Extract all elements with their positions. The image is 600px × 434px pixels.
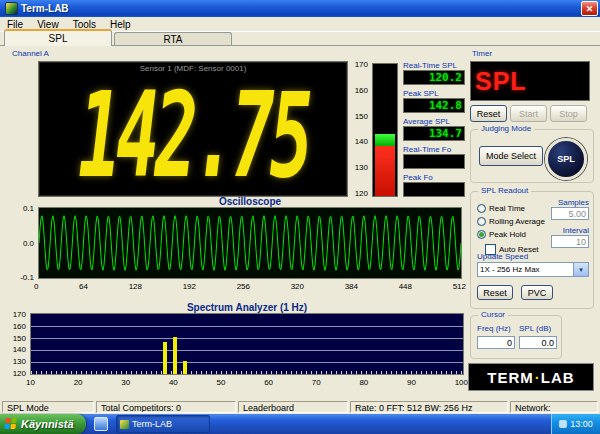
osc-x-tick: 320 [291,282,304,291]
readout-display: 134.7 [403,126,465,141]
chevron-down-icon[interactable]: ▼ [573,263,588,276]
oscilloscope-wave [39,208,461,278]
app-icon [5,2,18,15]
logo-text-left: TERM [487,369,534,386]
readout-digits: 142.8 [429,99,462,112]
tab-spl[interactable]: SPL [4,29,112,46]
radio-label: Real Time [489,204,525,213]
radio-button[interactable] [477,217,486,226]
menu-item-help[interactable]: Help [103,19,138,30]
spl-badge-text: SPL [557,154,575,164]
spectrum-bar [163,342,167,374]
readout-display: 142.8 [403,98,465,113]
meter-tick: 140 [355,137,368,146]
menu-item-tools[interactable]: Tools [66,19,103,30]
channel-label: Channel A [12,49,49,58]
oscilloscope-x-axis: 064128192256320384448512 [34,282,466,291]
osc-x-tick: 384 [345,282,358,291]
start-button[interactable]: Käynnistä [0,414,86,434]
radio-peak-hold[interactable]: Peak Hold [477,228,545,241]
readout-peak-spl: Peak SPL142.8 [403,89,465,113]
oscilloscope-title: Oscilloscope [38,196,462,207]
level-meter [372,63,398,197]
menu-item-file[interactable]: File [0,19,30,30]
osc-x-tick: 0 [34,282,38,291]
menu-item-view[interactable]: View [30,19,66,30]
reset-button[interactable]: Reset [470,105,507,122]
readout-label: Average SPL [403,117,465,126]
tray-icon[interactable] [559,420,567,428]
spectrum-y-tick: 130 [13,357,26,366]
judging-mode-group: Judging Mode Mode Select SPL [470,129,594,183]
spectrum-y-tick: 120 [13,369,26,378]
timer-display-text: SPL [471,67,527,96]
mode-select-button[interactable]: Mode Select [479,146,543,166]
osc-x-tick: 64 [79,282,88,291]
interval-label: Interval [547,226,589,235]
spectrum-gridline [31,350,463,351]
spectrum-x-axis: 102030405060708090100 [26,378,468,387]
radio-button[interactable] [477,230,486,239]
pvc-button[interactable]: PVC [521,285,553,300]
radio-label: Rolling Average [489,217,545,226]
spectrum-y-tick: 170 [13,310,26,319]
status-bar: SPL ModeTotal Competitors: 0LeaderboardR… [0,400,600,414]
close-button[interactable]: ✕ [581,1,598,16]
tab-rta[interactable]: RTA [114,32,232,46]
cursor-freq-label: Freq (Hz) [477,324,511,333]
logo-text-right: LAB [541,369,575,386]
meter-green-fill [375,134,395,146]
samples-field[interactable]: 5.00 [551,207,589,220]
spl-readout-reset-button[interactable]: Reset [477,285,513,300]
quick-launch-icon[interactable] [94,417,108,431]
meter-scale: 170160150140130120 [348,60,368,198]
osc-y-tick: -0.1 [20,273,34,282]
spectrum-y-tick: 160 [13,322,26,331]
osc-x-tick: 128 [129,282,142,291]
timer-display: SPL [470,61,590,101]
readout-peak-fo: Peak Fo [403,173,465,197]
radio-rolling-average[interactable]: Rolling Average [477,215,545,228]
spectrum-x-tick: 100 [455,378,468,387]
readout-label: Peak SPL [403,89,465,98]
spl-badge-icon: SPL [545,138,587,180]
spectrum-minor-ticks [31,371,463,374]
spectrum-x-tick: 50 [217,378,226,387]
main-digits-wrap: 142.75 [39,73,347,196]
interval-field[interactable]: 10 [551,235,589,248]
spectrum-bar [173,337,177,374]
status-rate: Rate: 0 FFT: 512 BW: 256 Hz [350,401,508,413]
osc-y-tick: 0.0 [23,239,34,248]
term-lab-window: Term-LAB ✕ FileViewToolsHelp SPL RTA Cha… [0,0,600,434]
spectrum-title: Spectrum Analyzer (1 Hz) [30,302,464,313]
status-leaderboard: Leaderboard [238,401,348,413]
main-spl-display: Sensor 1 (MDF: Sensor 0001) 142.75 [38,61,348,197]
osc-y-tick: 0.1 [23,204,34,213]
radio-button[interactable] [477,204,486,213]
timer-title: Timer [472,49,492,58]
task-app-icon [120,420,129,429]
stop-button: Stop [550,105,587,122]
spectrum-plot [30,313,464,375]
spectrum-gridline [31,362,463,363]
update-speed-value: 1X - 256 Hz Max [478,265,573,274]
spectrum-x-tick: 20 [74,378,83,387]
taskbar-task-term-lab[interactable]: Term-LAB [116,415,210,433]
cursor-freq-field[interactable]: 0 [477,336,515,349]
tabstrip: SPL RTA [4,31,596,46]
cursor-spl-field[interactable]: 0.0 [519,336,557,349]
meter-tick: 160 [355,86,368,95]
radio-real-time[interactable]: Real Time [477,202,545,215]
task-label: Term-LAB [132,419,172,429]
system-tray: 13:00 [551,414,600,434]
status-spl-mode: SPL Mode [2,401,94,413]
term-lab-logo: TERM · LAB [468,363,594,391]
update-speed-combo[interactable]: 1X - 256 Hz Max ▼ [477,262,589,277]
readout-label: Real-Time SPL [403,61,465,70]
readout-average-spl: Average SPL134.7 [403,117,465,141]
meter-tick: 170 [355,60,368,69]
spl-readout-title: SPL Readout [478,186,531,195]
oscilloscope-plot [38,207,462,279]
osc-x-tick: 256 [237,282,250,291]
osc-x-tick: 512 [453,282,466,291]
